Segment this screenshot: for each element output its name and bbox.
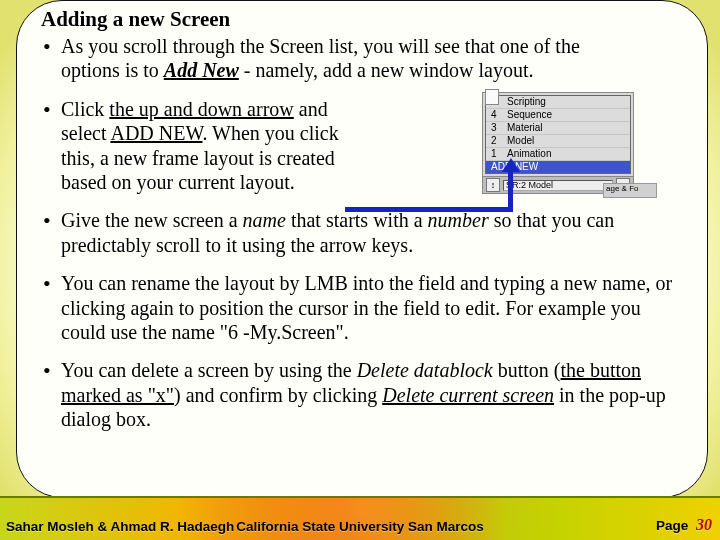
menu-item[interactable]: 4Sequence (486, 109, 630, 122)
slide-card: Adding a new Screen As you scroll throug… (16, 0, 708, 498)
page-label: Page (656, 518, 688, 533)
emph-number: number (428, 209, 489, 231)
text: - namely, add a new window layout. (239, 59, 534, 81)
page-number: 30 (696, 516, 712, 533)
slide-title: Adding a new Screen (41, 7, 685, 32)
bullet-5: You can delete a screen by using the Del… (39, 358, 685, 431)
updown-arrow-button[interactable]: ↕ (486, 178, 500, 192)
emph-addnew-2: ADD NEW (110, 122, 202, 144)
text: You can delete a screen by using the (61, 359, 357, 381)
text: that starts with a (286, 209, 428, 231)
emph-delete-db: Delete datablock (357, 359, 493, 381)
text: Click (61, 98, 109, 120)
bullet-4: You can rename the layout by LMB into th… (39, 271, 685, 344)
menu-label: Model (507, 136, 534, 146)
menu-num: 3 (491, 123, 501, 133)
menu-label: Sequence (507, 110, 552, 120)
callout-arrow (508, 170, 513, 212)
page-icon (485, 89, 499, 105)
embedded-screenshot: 5Scripting 4Sequence 3Material 2Model 1A… (482, 92, 634, 194)
arrow-head-icon (502, 158, 520, 172)
bullet-3: Give the new screen a name that starts w… (39, 208, 685, 257)
slide-footer: Sahar Mosleh & Ahmad R. Hadaegh Californ… (0, 496, 720, 540)
partial-label: age & Fo (603, 183, 657, 198)
text: As you scroll through the Screen list, y… (61, 35, 580, 57)
menu-num: 2 (491, 136, 501, 146)
emph-arrows: the up and down arrow (109, 98, 293, 120)
footer-authors: Sahar Mosleh & Ahmad R. Hadaegh (6, 519, 234, 534)
footer-affiliation: California State University San Marcos (236, 519, 484, 534)
text: You can rename the layout by LMB into th… (61, 272, 672, 343)
text: options is to (61, 59, 164, 81)
emph-name: name (243, 209, 286, 231)
footer-page: Page 30 (656, 516, 712, 534)
menu-item[interactable]: 3Material (486, 122, 630, 135)
text: button ( (493, 359, 561, 381)
menu-label: Material (507, 123, 543, 133)
menu-num: 1 (491, 149, 501, 159)
screen-name-field[interactable]: SR:2 Model (503, 180, 613, 191)
menu-num: 4 (491, 110, 501, 120)
emph-add-new: Add New (164, 59, 239, 81)
text: Give the new screen a (61, 209, 243, 231)
text: ) and confirm by clicking (174, 384, 382, 406)
menu-item[interactable]: 2Model (486, 135, 630, 148)
menu-item[interactable]: 5Scripting (486, 96, 630, 109)
menu-label: Scripting (507, 97, 546, 107)
callout-arrow (345, 207, 513, 212)
bullet-1: As you scroll through the Screen list, y… (39, 34, 685, 83)
emph-delete-current: Delete current screen (382, 384, 554, 406)
